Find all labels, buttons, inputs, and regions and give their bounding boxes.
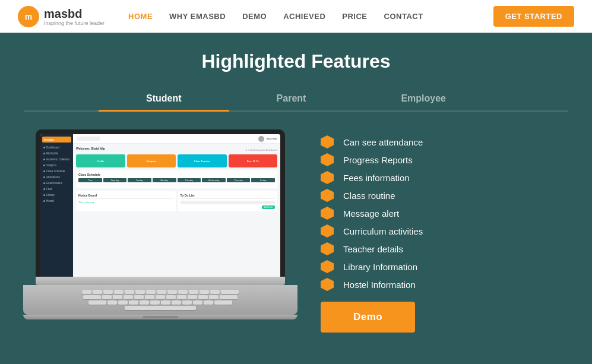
mini-th-sun: Sunday [128,178,151,182]
feature-item-class-routine: Class routine [321,189,556,202]
screen-outer: orange Dashboard My Profile Academic Cal… [36,129,285,277]
key [214,300,232,305]
key [129,300,138,305]
mini-th-mon: Monday [153,178,176,182]
feature-label: Class routine [343,191,395,201]
key [198,295,208,299]
mini-card-subjects: Subjects [127,154,176,167]
logo-text: masbd [44,7,82,20]
mini-sidebar-item: My Profile [42,151,71,156]
mini-add-btn: Add Task [262,205,275,209]
header: m masbd Inspiring the future leader HOME… [0,0,592,33]
key [188,295,197,299]
mini-todo-title: To Do List [181,194,276,199]
mini-card-teacher: Class Teacher [178,154,227,167]
mini-td [227,183,251,185]
main-nav: HOME WHY EMASBD DEMO ACHIEVED PRICE CONT… [128,12,493,21]
feature-tabs: Student Parent Employee [24,87,568,112]
hexagon-icon [321,189,334,202]
logo: m masbd Inspiring the future leader [18,6,105,27]
keyboard-row-2 [28,295,293,299]
nav-achieved[interactable]: ACHIEVED [283,12,325,21]
keyboard-row-4 [28,306,293,310]
key [113,295,122,299]
mini-td [103,183,127,185]
hexagon-icon [321,153,334,166]
mini-th-thu: Thursday [227,178,251,182]
key [209,295,219,299]
key [204,300,213,305]
get-started-button[interactable]: GET STARTED [493,6,574,27]
mini-card-dues: Due: 51 Tk [229,154,278,167]
mini-notice: Notice Board This is the way... [76,191,176,211]
key [88,300,106,305]
mini-td [153,183,176,185]
mini-sidebar-item: Academic Calendar [42,157,71,162]
key [103,290,113,294]
nav-home[interactable]: HOME [128,12,153,21]
mini-sidebar-item: Class Schedule [42,169,71,174]
mini-sidebar-item: Subjects [42,163,71,168]
nav-why[interactable]: WHY EMASBD [169,12,226,21]
tab-student[interactable]: Student [99,87,229,112]
logo-tagline: Inspiring the future leader [44,21,105,26]
key [200,290,209,294]
content-area: orange Dashboard My Profile Academic Cal… [24,129,568,333]
features-list: Can see attendance Progress Reports Fees… [321,129,556,333]
mini-sidebar-item: Dashboard [42,145,71,150]
feature-label: Fees information [343,173,410,183]
key [166,295,176,299]
mini-table-row [78,183,275,185]
key [145,295,154,299]
mini-td [128,183,151,185]
mini-avatar [258,136,264,142]
mini-td [78,183,102,185]
key [83,295,101,299]
key [220,295,238,299]
nav-demo[interactable]: DEMO [242,12,267,21]
mini-th-wed: Wednesday [202,178,226,182]
mini-breadcrumb: ★ / Studentpanel / Dashboard [245,148,277,151]
key [178,290,188,294]
hexagon-icon [321,207,334,220]
key [114,290,124,294]
tab-parent[interactable]: Parent [229,87,354,112]
mini-logo: orange [42,137,71,143]
key [210,290,220,294]
logo-icon: m [18,6,39,27]
laptop-screen: orange Dashboard My Profile Academic Cal… [40,134,280,277]
key [82,290,91,294]
mini-dashboard: orange Dashboard My Profile Academic Cal… [40,134,280,277]
feature-label: Progress Reports [343,155,413,165]
key [134,295,144,299]
mini-todo: To Do List Add Task [178,191,278,211]
mini-search [77,137,100,141]
key [146,290,156,294]
feature-item-library: Library Information [321,260,556,273]
laptop-mockup: orange Dashboard My Profile Academic Cal… [36,129,285,319]
mini-table-header: Time Saturday Sunday Monday Tuesday Wedn… [78,178,275,182]
mini-sidebar: orange Dashboard My Profile Academic Cal… [40,134,73,277]
hexagon-icon [321,260,334,273]
mini-td [202,183,226,185]
laptop-notch [143,316,178,318]
laptop: orange Dashboard My Profile Academic Cal… [36,129,285,319]
mini-th-tue: Tuesday [178,178,201,182]
hexagon-icon [321,224,334,238]
feature-item-message: Message alert [321,207,556,220]
tab-employee[interactable]: Employee [353,87,493,112]
mini-welcome: Welcome: Shaid Itilp [76,147,105,150]
feature-label: Can see attendance [343,137,423,147]
nav-price[interactable]: PRICE [342,12,367,21]
key [150,300,160,305]
demo-button[interactable]: Demo [321,302,415,333]
key [93,290,102,294]
feature-label: Hostel Information [343,280,416,290]
spacebar [125,306,196,310]
nav-contact[interactable]: CONTACT [384,12,423,21]
mini-td [178,183,201,185]
feature-item-attendance: Can see attendance [321,135,556,148]
key [161,300,170,305]
mini-th-time: Time [78,178,102,182]
feature-item-fees: Fees information [321,171,556,184]
